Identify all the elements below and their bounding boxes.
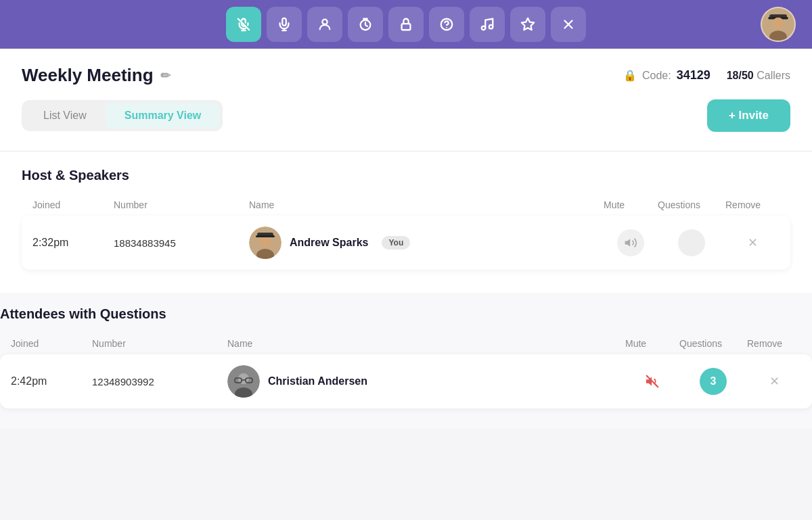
callers-count: 18/50 bbox=[727, 70, 754, 81]
att-col-name: Name bbox=[227, 338, 625, 349]
avatar bbox=[249, 227, 281, 259]
user-avatar-top[interactable] bbox=[761, 7, 796, 42]
star-button[interactable] bbox=[510, 7, 545, 42]
header-row: Weekly Meeting ✏ 🔒 Code: 34129 18/50 Cal… bbox=[22, 65, 790, 86]
att-phone-number: 12348903992 bbox=[92, 376, 227, 387]
mute-button-row[interactable] bbox=[617, 229, 644, 256]
att-remove-cell: ✕ bbox=[747, 374, 801, 389]
col-name: Name bbox=[249, 199, 604, 210]
phone-number: 18834883945 bbox=[114, 237, 249, 249]
tab-summary-view[interactable]: Summary View bbox=[106, 103, 221, 128]
questions-empty bbox=[678, 229, 705, 256]
svg-point-11 bbox=[773, 18, 784, 29]
svg-point-1 bbox=[322, 20, 327, 24]
lock-code-icon: 🔒 bbox=[623, 69, 637, 82]
att-col-mute: Mute bbox=[625, 338, 679, 349]
mic-button[interactable] bbox=[267, 7, 302, 42]
table-row: 2:42pm 12348903992 Christian Andersen bbox=[0, 354, 812, 408]
remove-cell: ✕ bbox=[725, 235, 780, 250]
view-tabs: List View Summary View bbox=[22, 100, 223, 131]
questions-cell bbox=[658, 229, 725, 256]
svg-rect-0 bbox=[282, 18, 286, 26]
table-row: 2:32pm 18834883945 Andrew Sparks You bbox=[22, 216, 790, 270]
main-content: Weekly Meeting ✏ 🔒 Code: 34129 18/50 Cal… bbox=[0, 49, 812, 293]
question-button[interactable] bbox=[429, 7, 464, 42]
svg-rect-17 bbox=[256, 235, 275, 237]
att-mute-button-row[interactable] bbox=[639, 368, 666, 395]
svg-point-7 bbox=[489, 25, 493, 28]
timer-button[interactable] bbox=[348, 7, 383, 42]
svg-point-14 bbox=[260, 236, 271, 247]
tab-list-view[interactable]: List View bbox=[24, 103, 106, 128]
name-cell: Andrew Sparks You bbox=[249, 227, 604, 259]
att-col-remove: Remove bbox=[747, 338, 801, 349]
person-button[interactable] bbox=[307, 7, 342, 42]
lock-button[interactable] bbox=[388, 7, 424, 42]
code-section: 🔒 Code: 34129 bbox=[623, 68, 710, 82]
code-label: Code: bbox=[642, 70, 671, 82]
col-questions: Questions bbox=[658, 199, 725, 210]
invite-button[interactable]: + Invite bbox=[707, 99, 790, 132]
top-bar-icons bbox=[226, 7, 586, 42]
att-name-cell: Christian Andersen bbox=[227, 365, 625, 398]
joined-time: 2:32pm bbox=[32, 237, 114, 249]
col-mute: Mute bbox=[604, 199, 658, 210]
col-joined: Joined bbox=[32, 199, 114, 210]
header-right: 🔒 Code: 34129 18/50 Callers bbox=[623, 68, 790, 82]
callers-label: Callers bbox=[757, 70, 790, 81]
att-remove-button[interactable]: ✕ bbox=[769, 374, 780, 389]
attendees-section: Attendees with Questions Joined Number N… bbox=[0, 293, 812, 429]
att-speaker-name: Christian Andersen bbox=[268, 375, 367, 387]
att-col-joined: Joined bbox=[11, 338, 92, 349]
col-number: Number bbox=[114, 199, 249, 210]
close-topbar-button[interactable] bbox=[551, 7, 586, 42]
mute-cell bbox=[604, 229, 658, 256]
attendees-table-header: Joined Number Name Mute Questions Remove bbox=[0, 333, 812, 354]
questions-count-badge: 3 bbox=[700, 368, 727, 395]
speaker-name: Andrew Sparks bbox=[290, 237, 368, 249]
mute-button[interactable] bbox=[226, 7, 261, 42]
attendees-section-title: Attendees with Questions bbox=[0, 306, 812, 322]
music-button[interactable] bbox=[470, 7, 505, 42]
remove-button[interactable]: ✕ bbox=[748, 235, 758, 250]
section-divider bbox=[0, 151, 812, 151]
host-section-title: Host & Speakers bbox=[22, 168, 790, 183]
host-table-header: Joined Number Name Mute Questions Remove bbox=[22, 194, 790, 216]
att-col-number: Number bbox=[92, 338, 227, 349]
att-col-questions: Questions bbox=[679, 338, 747, 349]
code-value: 34129 bbox=[677, 68, 710, 82]
col-remove: Remove bbox=[725, 199, 780, 210]
you-badge: You bbox=[382, 236, 410, 250]
edit-title-icon[interactable]: ✏ bbox=[160, 68, 171, 83]
att-avatar bbox=[227, 365, 260, 398]
att-mute-cell bbox=[625, 368, 679, 395]
top-bar bbox=[0, 0, 812, 49]
svg-point-6 bbox=[482, 26, 486, 30]
meeting-title-group: Weekly Meeting ✏ bbox=[22, 65, 171, 86]
att-questions-cell: 3 bbox=[679, 368, 747, 395]
tabs-row: List View Summary View + Invite bbox=[22, 99, 790, 132]
meeting-title: Weekly Meeting bbox=[22, 65, 154, 86]
callers-section: 18/50 Callers bbox=[727, 70, 790, 82]
svg-rect-3 bbox=[402, 24, 411, 30]
host-speakers-section: Host & Speakers Joined Number Name Mute … bbox=[22, 168, 790, 270]
att-joined-time: 2:42pm bbox=[11, 375, 92, 387]
svg-point-5 bbox=[446, 27, 447, 28]
